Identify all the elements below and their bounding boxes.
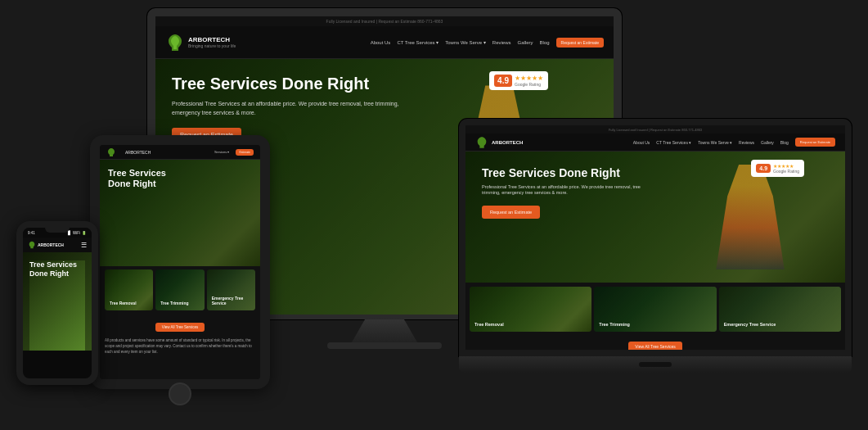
desktop-hero-title: Tree Services Done Right [172, 74, 414, 93]
laptop-hero: 4.9 ★★★★★ Google Rating Tree Services Do… [465, 152, 845, 283]
tablet-card-emergency: Emergency Tree Service [207, 269, 255, 310]
laptop-hero-desc: Professional Tree Services at an afforda… [482, 184, 645, 197]
laptop-service-cards: Tree Removal Tree Trimming Emergency Tre… [465, 283, 845, 336]
laptop-card-removal-label: Tree Removal [474, 322, 504, 327]
laptop: Fully Licensed and Insured | Request an … [459, 119, 852, 397]
phone: 9:41 ▊ WiFi 🔋 ARBORTECH ☰ Tree Servi [16, 221, 98, 385]
tablet-card-removal: Tree Removal [105, 269, 153, 310]
laptop-rating: 4.9 ★★★★★ Google Rating [751, 160, 804, 177]
desktop-logo: ARBORTECH Bringing nature to your life [165, 33, 236, 52]
phone-nav: ARBORTECH ☰ [23, 238, 92, 252]
laptop-logo-name: ARBORTECH [492, 140, 523, 145]
logo-name: ARBORTECH [188, 37, 236, 43]
tablet-view-all-container: View All Tree Services [100, 314, 260, 335]
phone-logo-icon [28, 241, 36, 249]
phone-hero-title: Tree Services Done Right [29, 260, 85, 351]
tablet-nav-links: Services ▾ Estimate [214, 149, 254, 156]
laptop-card-emergency: Emergency Tree Service [719, 287, 841, 332]
laptop-nav-blog[interactable]: Blog [780, 140, 789, 145]
laptop-view-all-container: View All Tree Services [465, 336, 845, 350]
phone-hero-content: Tree Services Done Right Professional Tr… [23, 252, 92, 351]
tablet-logo-text: ARBORTECH [125, 150, 151, 155]
rating-badge: 4.9 ★★★★★ Google Rating [489, 71, 548, 90]
phone-notch [45, 228, 70, 233]
phone-hero: Tree Services Done Right Professional Tr… [23, 252, 92, 351]
laptop-nav-towns[interactable]: Towns We Serve ▾ [698, 140, 732, 145]
tablet-footer-text: All products and services have some amou… [100, 335, 260, 358]
info-banner: Fully Licensed and Insured | Request an … [155, 16, 614, 26]
laptop-base [459, 356, 852, 373]
battery-icon: 🔋 [82, 231, 87, 235]
laptop-nav-gallery[interactable]: Gallery [761, 140, 774, 145]
tablet-hero-title: Tree Services Done Right [108, 168, 188, 266]
status-icons: ▊ WiFi 🔋 [68, 231, 87, 235]
nav-services[interactable]: CT Tree Services ▾ [397, 39, 438, 45]
nav-reviews[interactable]: Reviews [492, 40, 511, 45]
nav-about[interactable]: About Us [371, 40, 391, 45]
laptop-rating-label: Google Rating [773, 169, 799, 174]
tablet-frame: ARBORTECH Services ▾ Estimate Tree Servi… [90, 135, 270, 389]
laptop-nav-reviews[interactable]: Reviews [739, 140, 754, 145]
tablet-nav: ARBORTECH Services ▾ Estimate [100, 145, 260, 160]
tablet-home-button[interactable] [169, 382, 191, 405]
laptop-logo: ARBORTECH [475, 136, 523, 149]
tablet-website: ARBORTECH Services ▾ Estimate Tree Servi… [100, 145, 260, 379]
wifi-icon: WiFi [73, 231, 80, 235]
scene: Fully Licensed and Insured | Request an … [0, 0, 868, 430]
monitor-stand [352, 319, 417, 342]
phone-menu-icon[interactable]: ☰ [81, 242, 87, 249]
laptop-logo-icon [475, 136, 488, 149]
laptop-hero-content: Tree Services Done Right Professional Tr… [465, 152, 693, 233]
phone-logo-text: ARBORTECH [38, 242, 64, 247]
signal-icon: ▊ [68, 231, 71, 235]
laptop-info-banner: Fully Licensed and Insured | Request an … [465, 125, 845, 134]
laptop-nav-links: About Us CT Tree Services ▾ Towns We Ser… [633, 138, 835, 147]
desktop-nav: ARBORTECH Bringing nature to your life A… [155, 26, 614, 59]
laptop-nav-cta[interactable]: Request an Estimate [795, 138, 835, 147]
tablet: ARBORTECH Services ▾ Estimate Tree Servi… [90, 135, 270, 389]
desktop-nav-links: About Us CT Tree Services ▾ Towns We Ser… [371, 38, 604, 48]
monitor-base [327, 342, 442, 349]
laptop-nav-about[interactable]: About Us [633, 140, 650, 145]
laptop-hero-title: Tree Services Done Right [482, 166, 677, 180]
nav-gallery[interactable]: Gallery [518, 40, 533, 45]
tablet-nav-cta[interactable]: Estimate [236, 149, 254, 156]
desktop-hero-desc: Professional Tree Services at an afforda… [172, 100, 401, 117]
laptop-card-trimming-label: Tree Trimming [599, 322, 630, 327]
tablet-removal-label: Tree Removal [110, 301, 137, 306]
tablet-emergency-label: Emergency Tree Service [212, 296, 255, 306]
laptop-nav: ARBORTECH About Us CT Tree Services ▾ To… [465, 134, 845, 152]
tablet-hero: Tree Services Done Right Professional Tr… [100, 160, 260, 266]
laptop-card-removal: Tree Removal [470, 287, 591, 332]
nav-towns[interactable]: Towns We Serve ▾ [445, 39, 486, 45]
logo-tagline: Bringing nature to your life [188, 43, 236, 48]
tablet-trimming-label: Tree Trimming [160, 301, 188, 306]
laptop-website: Fully Licensed and Insured | Request an … [465, 125, 845, 350]
status-time: 9:41 [28, 231, 35, 235]
rating-stars: ★★★★★ [515, 75, 543, 82]
laptop-screen: Fully Licensed and Insured | Request an … [459, 119, 852, 356]
laptop-nav-services[interactable]: CT Tree Services ▾ [656, 140, 691, 145]
tablet-view-all-button[interactable]: View All Tree Services [155, 323, 205, 332]
tablet-card-trimming: Tree Trimming [155, 269, 204, 310]
tablet-hero-content: Tree Services Done Right Professional Tr… [100, 160, 196, 266]
laptop-hero-cta[interactable]: Request an Estimate [482, 206, 540, 219]
rating-score: 4.9 [494, 75, 512, 87]
tablet-cards: Tree Removal Tree Trimming Emergency Tre… [100, 266, 260, 314]
laptop-rating-stars: ★★★★★ [773, 163, 799, 169]
nav-cta-button[interactable]: Request an Estimate [556, 38, 604, 48]
laptop-card-trimming: Tree Trimming [594, 287, 716, 332]
laptop-card-emergency-label: Emergency Tree Service [724, 322, 776, 327]
laptop-view-all-button[interactable]: View All Tree Services [628, 342, 681, 350]
tablet-nav-item[interactable]: Services ▾ [214, 150, 229, 154]
laptop-rating-score: 4.9 [756, 164, 771, 173]
logo-icon [165, 33, 185, 52]
tablet-logo-icon [106, 147, 116, 157]
phone-frame: 9:41 ▊ WiFi 🔋 ARBORTECH ☰ Tree Servi [16, 221, 98, 385]
rating-label: Google Rating [515, 82, 543, 87]
nav-blog[interactable]: Blog [540, 40, 550, 45]
